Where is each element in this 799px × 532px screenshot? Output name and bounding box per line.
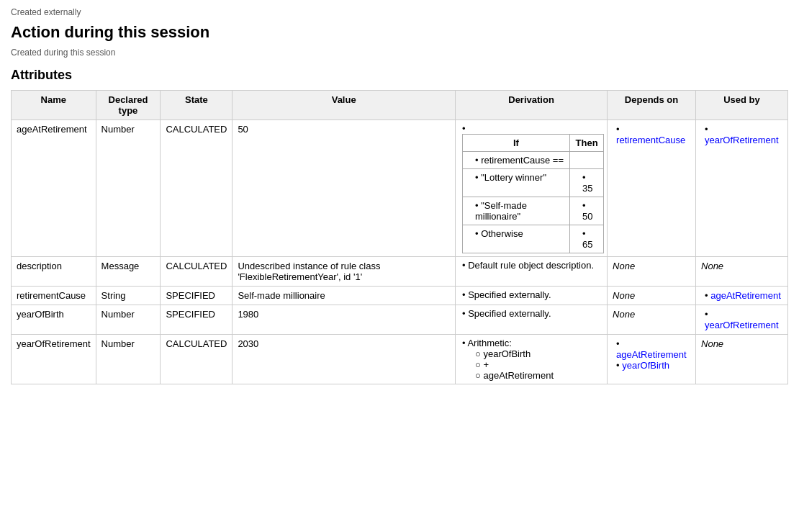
cell-used-by: yearOfRetirement xyxy=(696,305,788,335)
cell-used-by: None xyxy=(696,335,788,384)
used-by-none: None xyxy=(701,338,723,349)
cell-name: ageAtRetirement xyxy=(12,120,96,257)
depends-on-none: None xyxy=(613,261,635,271)
cell-state: CALCULATED xyxy=(161,335,233,384)
table-row: descriptionMessageCALCULATEDUndescribed … xyxy=(12,257,788,287)
cell-declared-type: Number xyxy=(96,120,161,257)
arithmetic-item: ageAtRetirement xyxy=(475,370,604,381)
derivation-item: Default rule object description. xyxy=(462,260,604,271)
col-depends-on: Depends on xyxy=(608,91,696,120)
cell-depends-on: None xyxy=(608,287,696,305)
cell-depends-on: ageAtRetirementyearOfBirth xyxy=(608,335,696,384)
cell-declared-type: Message xyxy=(96,257,161,287)
cell-state: SPECIFIED xyxy=(161,305,233,335)
derivation-item: Specified externally. xyxy=(462,308,604,319)
case-then: 50 xyxy=(582,200,598,222)
cell-name: yearOfRetirement xyxy=(12,335,96,384)
cell-value: 50 xyxy=(233,120,456,257)
cell-derivation: Default rule object description. xyxy=(455,257,607,287)
col-declared-type: Declared type xyxy=(96,91,161,120)
cell-value: 2030 xyxy=(233,335,456,384)
used-by-link[interactable]: ageAtRetirement xyxy=(710,290,781,301)
cell-declared-type: Number xyxy=(96,305,161,335)
col-value: Value xyxy=(233,91,456,120)
used-by-link[interactable]: yearOfRetirement xyxy=(705,135,779,145)
cell-name: yearOfBirth xyxy=(12,305,96,335)
used-by-link[interactable]: yearOfRetirement xyxy=(705,320,779,330)
arithmetic-label: Arithmetic:yearOfBirth+ageAtRetirement xyxy=(462,338,604,381)
attributes-title: Attributes xyxy=(11,68,788,83)
cell-value: Undescribed instance of rule class 'Flex… xyxy=(233,257,456,287)
table-row: ageAtRetirementNumberCALCULATED50IfThenr… xyxy=(12,120,788,257)
depends-on-link[interactable]: yearOfBirth xyxy=(622,360,669,371)
depends-on-link[interactable]: ageAtRetirement xyxy=(616,349,687,360)
col-state: State xyxy=(161,91,233,120)
section-title: Action during this session xyxy=(11,23,788,42)
cell-name: description xyxy=(12,257,96,287)
arithmetic-item: yearOfBirth xyxy=(475,348,604,359)
depends-on-none: None xyxy=(613,309,635,320)
case-if: Otherwise xyxy=(475,228,564,239)
cell-depends-on: retirementCause xyxy=(608,120,696,257)
case-then: 35 xyxy=(582,172,598,194)
col-derivation: Derivation xyxy=(455,91,607,120)
arithmetic-item: + xyxy=(475,359,604,370)
cell-depends-on: None xyxy=(608,305,696,335)
cell-derivation: Specified externally. xyxy=(455,305,607,335)
case-if: "Lottery winner" xyxy=(475,172,564,183)
cell-name: retirementCause xyxy=(12,287,96,305)
case-then: 65 xyxy=(582,228,598,250)
cell-state: CALCULATED xyxy=(161,257,233,287)
cell-value: Self-made millionaire xyxy=(233,287,456,305)
cell-value: 1980 xyxy=(233,305,456,335)
cell-state: CALCULATED xyxy=(161,120,233,257)
depends-on-link[interactable]: retirementCause xyxy=(616,135,685,145)
table-row: retirementCauseStringSPECIFIEDSelf-made … xyxy=(12,287,788,305)
col-used-by: Used by xyxy=(696,91,788,120)
table-row: yearOfRetirementNumberCALCULATED2030Arit… xyxy=(12,335,788,384)
case-if: "Self-made millionaire" xyxy=(475,200,564,222)
attributes-table: Name Declared type State Value Derivatio… xyxy=(11,90,788,384)
if-condition: retirementCause == xyxy=(475,155,564,166)
used-by-none: None xyxy=(701,261,723,271)
table-row: yearOfBirthNumberSPECIFIED1980Specified … xyxy=(12,305,788,335)
cell-derivation: Arithmetic:yearOfBirth+ageAtRetirement xyxy=(455,335,607,384)
cell-depends-on: None xyxy=(608,257,696,287)
cell-used-by: None xyxy=(696,257,788,287)
created-externally-label: Created externally xyxy=(11,7,788,17)
created-session-label: Created during this session xyxy=(11,48,788,58)
cell-state: SPECIFIED xyxy=(161,287,233,305)
cell-declared-type: Number xyxy=(96,335,161,384)
cell-derivation: IfThenretirementCause =="Lottery winner"… xyxy=(455,120,607,257)
cell-declared-type: String xyxy=(96,287,161,305)
cell-derivation: Specified externally. xyxy=(455,287,607,305)
derivation-item: Specified externally. xyxy=(462,289,604,300)
cell-used-by: ageAtRetirement xyxy=(696,287,788,305)
col-name: Name xyxy=(12,91,96,120)
cell-used-by: yearOfRetirement xyxy=(696,120,788,257)
depends-on-none: None xyxy=(613,290,635,301)
